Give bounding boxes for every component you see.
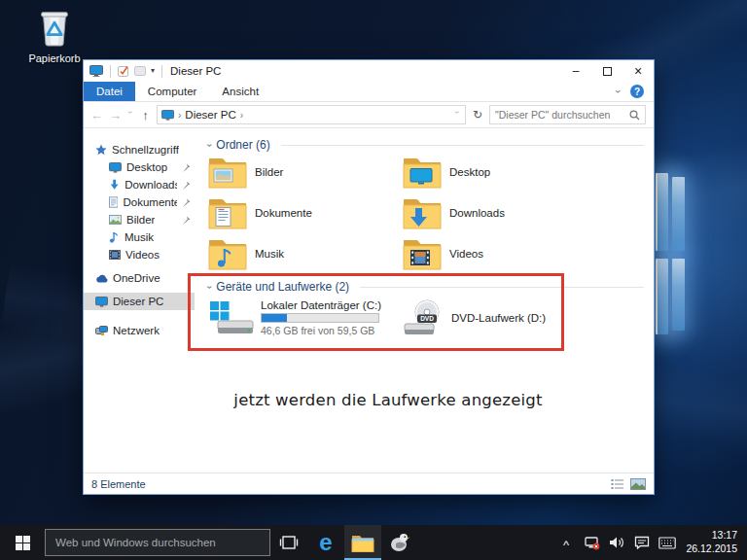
recent-locations-icon[interactable]: › xyxy=(125,111,135,119)
pin-icon xyxy=(182,163,191,172)
ribbon-tabs: Datei Computer Ansicht › ? xyxy=(84,82,654,102)
network-icon xyxy=(584,536,600,550)
tab-computer[interactable]: Computer xyxy=(135,82,210,101)
taskbar-clock[interactable]: 13:17 26.12.2015 xyxy=(681,529,743,555)
maximize-button[interactable] xyxy=(591,60,622,82)
annotation-text: jetzt werden die Laufwerke angezeigt xyxy=(123,391,654,409)
sidebar-item-onedrive[interactable]: OneDrive xyxy=(84,269,195,287)
quick-access-toolbar: ▾ xyxy=(89,65,164,78)
edge-button[interactable]: e xyxy=(307,525,344,560)
file-explorer-button[interactable] xyxy=(344,525,381,560)
chevron-down-icon[interactable]: › xyxy=(204,285,215,288)
content-pane: › Ordner (6) Bilder xyxy=(195,129,654,472)
drive-usage-bar xyxy=(261,313,379,323)
explorer-search-input[interactable] xyxy=(495,109,629,121)
search-icon[interactable] xyxy=(629,110,640,121)
ribbon-collapse-icon[interactable]: › xyxy=(613,89,624,93)
breadcrumb-item[interactable]: Dieser PC xyxy=(185,109,235,121)
drive-tile-c[interactable]: Lokaler Datenträger (C:) 46,6 GB frei vo… xyxy=(208,298,403,337)
pin-icon xyxy=(182,198,191,207)
qat-checkbox-icon[interactable] xyxy=(118,65,129,77)
explorer-search-box[interactable] xyxy=(489,105,646,124)
group-header-geraete[interactable]: › Geräte und Laufwerke (2) xyxy=(208,279,648,295)
folder-tile-bilder[interactable]: Bilder xyxy=(208,157,403,188)
recycle-bin-icon xyxy=(37,8,72,47)
help-icon[interactable]: ? xyxy=(630,85,644,98)
svg-text:DVD: DVD xyxy=(420,315,434,322)
tile-label: Musik xyxy=(255,248,284,260)
volume-button[interactable] xyxy=(605,525,628,560)
sidebar-item-label: Desktop xyxy=(126,161,167,173)
folder-tile-downloads[interactable]: Downloads xyxy=(403,197,597,228)
folder-tile-desktop[interactable]: Desktop xyxy=(403,157,597,188)
qat-new-folder-icon[interactable] xyxy=(134,65,146,77)
taskbar-search-input[interactable] xyxy=(55,537,260,548)
sidebar-item-videos[interactable]: Videos xyxy=(84,246,195,263)
task-view-button[interactable] xyxy=(270,525,307,560)
drive-tiles: Lokaler Datenträger (C:) 46,6 GB frei vo… xyxy=(208,298,648,337)
edge-icon: e xyxy=(319,531,332,554)
action-center-button[interactable] xyxy=(630,525,654,560)
sidebar-item-schnellzugriff[interactable]: Schnellzugriff xyxy=(84,141,195,158)
local-disk-icon xyxy=(208,298,255,337)
wallpaper-logo-bar xyxy=(656,173,668,251)
desktop-icon xyxy=(109,162,122,173)
group-rule xyxy=(360,287,644,288)
separator xyxy=(161,65,162,78)
sidebar-item-dokumente[interactable]: Dokumente xyxy=(84,193,195,211)
back-button[interactable]: ← xyxy=(89,108,104,122)
thumbnail-view-icon[interactable] xyxy=(630,478,646,490)
address-dropdown-icon[interactable]: › xyxy=(452,111,462,119)
sidebar-item-dieser-pc[interactable]: Dieser PC xyxy=(84,293,195,310)
start-button[interactable] xyxy=(0,525,45,560)
group-rule xyxy=(281,145,644,146)
breadcrumb-separator-icon[interactable]: › xyxy=(240,110,243,121)
sidebar-item-netzwerk[interactable]: Netzwerk xyxy=(84,322,195,339)
tab-ansicht[interactable]: Ansicht xyxy=(209,82,271,101)
tab-datei[interactable]: Datei xyxy=(84,82,135,101)
network-status-button[interactable] xyxy=(580,525,603,560)
this-pc-icon xyxy=(95,297,108,307)
tile-label: Bilder xyxy=(255,166,283,178)
chevron-down-icon[interactable]: › xyxy=(204,143,215,146)
forward-button[interactable]: → xyxy=(108,108,123,122)
sidebar-item-desktop[interactable]: Desktop xyxy=(84,158,195,176)
window-title: Dieser PC xyxy=(170,65,221,77)
file-explorer-icon xyxy=(351,534,374,552)
address-input[interactable]: › Dieser PC › › xyxy=(157,105,466,124)
group-header-ordner[interactable]: › Ordner (6) xyxy=(208,137,648,153)
minimize-button[interactable]: – xyxy=(560,60,591,82)
recycle-bin-shortcut[interactable]: Papierkorb xyxy=(14,8,95,64)
touch-keyboard-button[interactable] xyxy=(656,525,679,560)
app-button-bird[interactable] xyxy=(381,525,418,560)
folder-tile-dokumente[interactable]: Dokumente xyxy=(208,197,403,228)
chevron-up-icon: ^ xyxy=(563,538,569,552)
drive-tile-dvd[interactable]: DVD DVD-Laufwerk (D:) xyxy=(403,298,597,337)
group-title: Ordner (6) xyxy=(216,138,269,152)
status-bar: 8 Elemente xyxy=(84,472,654,494)
folder-tile-musik[interactable]: Musik xyxy=(208,238,403,269)
folder-pictures-icon xyxy=(208,157,247,189)
downloads-icon xyxy=(109,179,120,191)
tile-label: Videos xyxy=(449,248,483,260)
windows-logo-icon xyxy=(16,536,30,550)
sidebar-item-label: OneDrive xyxy=(113,272,160,284)
sidebar-item-label: Downloads xyxy=(124,179,177,191)
sidebar-item-label: Schnellzugriff xyxy=(112,144,179,156)
pictures-icon xyxy=(109,215,122,225)
sidebar-item-musik[interactable]: Musik xyxy=(84,228,195,246)
drive-label: Lokaler Datenträger (C:) xyxy=(261,299,381,311)
qat-customize-icon[interactable]: ▾ xyxy=(151,67,155,75)
wallpaper-logo-bar xyxy=(672,177,685,251)
sidebar-item-downloads[interactable]: Downloads xyxy=(84,176,195,193)
tray-expand-button[interactable]: ^ xyxy=(554,525,578,560)
close-button[interactable]: × xyxy=(622,60,654,82)
taskbar-search-box[interactable] xyxy=(45,529,270,556)
breadcrumb-separator-icon: › xyxy=(178,110,181,121)
sidebar-item-bilder[interactable]: Bilder xyxy=(84,211,195,228)
sidebar-item-label: Musik xyxy=(124,231,154,243)
folder-tile-videos[interactable]: Videos xyxy=(403,238,597,269)
refresh-icon[interactable]: ↻ xyxy=(470,108,485,122)
details-view-icon[interactable] xyxy=(611,478,624,490)
up-button[interactable]: ↑ xyxy=(138,108,153,122)
